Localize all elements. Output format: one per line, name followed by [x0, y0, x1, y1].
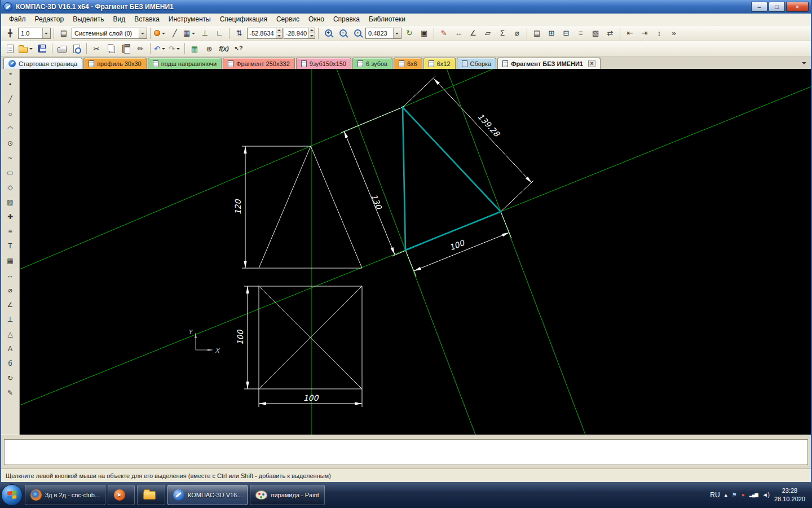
- fit-height-button[interactable]: ↕: [652, 27, 666, 40]
- scroll-left-button[interactable]: ⇤: [623, 27, 637, 40]
- designation-b-tool[interactable]: б: [3, 356, 17, 370]
- designation-a-tool[interactable]: А: [3, 341, 17, 356]
- refresh-button[interactable]: ↻: [403, 27, 416, 40]
- print-button[interactable]: [55, 42, 69, 55]
- ortho-button[interactable]: ⊥: [198, 27, 211, 40]
- rotate-tool[interactable]: ↻: [3, 371, 17, 385]
- dimension-square-width[interactable]: 100: [259, 389, 362, 407]
- extension-line[interactable]: [405, 250, 416, 277]
- perpendicular-tool[interactable]: ⊥: [3, 312, 17, 326]
- diameter-dimension-tool[interactable]: ⌀: [3, 283, 17, 297]
- menu-file[interactable]: Файл: [5, 14, 30, 24]
- mass-properties-button[interactable]: Σ: [496, 27, 509, 40]
- tab-start-page[interactable]: Стартовая страница: [3, 58, 82, 69]
- volume-icon[interactable]: ◄): [762, 492, 770, 498]
- circle-tool[interactable]: ○: [3, 107, 17, 121]
- zoom-in-button[interactable]: +: [321, 27, 335, 40]
- edit-tool[interactable]: ✎: [3, 386, 17, 400]
- extension-line[interactable]: [341, 107, 403, 133]
- start-button[interactable]: [1, 484, 23, 506]
- dimension-130[interactable]: 130: [341, 107, 453, 256]
- coord-y-input[interactable]: -28.940: [284, 28, 315, 39]
- edit-object-button[interactable]: ✎: [437, 27, 451, 40]
- context-help-button[interactable]: ↖?: [232, 42, 245, 55]
- hyperlink-button[interactable]: ⊕: [202, 42, 216, 55]
- menu-help[interactable]: Справка: [329, 14, 364, 24]
- pyramid-top-view[interactable]: [259, 286, 362, 389]
- menu-editor[interactable]: Редактор: [30, 14, 69, 24]
- dimension-square-height[interactable]: 100: [236, 286, 259, 389]
- tab-9zub150x150[interactable]: 9зуб150х150: [296, 58, 351, 69]
- polygon-tool[interactable]: ◇: [3, 180, 17, 194]
- hidden-icons-button[interactable]: ▴: [725, 492, 727, 498]
- spin-up-icon[interactable]: [309, 28, 315, 33]
- menu-insert[interactable]: Вставка: [130, 14, 164, 24]
- menu-tools[interactable]: Инструменты: [164, 14, 215, 24]
- current-style-button[interactable]: [153, 27, 167, 40]
- layers-list-button[interactable]: ≡: [574, 27, 588, 40]
- extension-line[interactable]: [403, 76, 435, 107]
- spinner[interactable]: [308, 28, 315, 38]
- panel-collapse-icon[interactable]: ◂: [3, 69, 17, 77]
- dimension-value[interactable]: 100: [303, 393, 319, 402]
- dimension-line[interactable]: [434, 78, 532, 183]
- spreadsheet-button[interactable]: ▦: [188, 42, 201, 55]
- construction-lines[interactable]: [20, 69, 811, 435]
- arc-tool[interactable]: ◠: [3, 121, 17, 135]
- menu-service[interactable]: Сервис: [272, 14, 304, 24]
- property-field[interactable]: [4, 439, 808, 465]
- front-view-triangle[interactable]: [259, 146, 362, 268]
- extension-line[interactable]: [501, 212, 511, 238]
- point-tool[interactable]: •: [3, 77, 17, 91]
- spinner[interactable]: [276, 28, 282, 38]
- spec-table-button[interactable]: ▤: [530, 27, 544, 40]
- tab-6x6[interactable]: 6х6: [394, 58, 422, 69]
- tab-profil-30x30[interactable]: профиль 30х30: [83, 58, 147, 69]
- print-preview-button[interactable]: [70, 42, 83, 55]
- save-button[interactable]: [36, 42, 49, 55]
- angle-snap-button[interactable]: ∟: [213, 27, 226, 40]
- insert-view-button[interactable]: ⊞: [545, 27, 558, 40]
- measure-length-button[interactable]: ↔: [452, 27, 465, 40]
- measure-angle-button[interactable]: ∠: [466, 27, 480, 40]
- keyboard-flag-icon[interactable]: ⚑: [732, 492, 737, 498]
- chevron-down-icon[interactable]: [139, 28, 147, 38]
- cut-button[interactable]: ✂: [90, 42, 103, 55]
- taskbar-button-explorer[interactable]: [137, 485, 165, 505]
- dimension-139-28[interactable]: 139.28: [403, 76, 533, 212]
- aux-line-tool[interactable]: ╱: [3, 92, 17, 106]
- menu-select[interactable]: Выделить: [68, 14, 108, 24]
- window-titlebar[interactable]: КОМПАС-3D V16.1 x64 - Фрагмент БЕЗ ИМЕНИ…: [1, 0, 811, 14]
- spin-down-icon[interactable]: [309, 33, 315, 38]
- linear-dimension-tool[interactable]: ↔: [3, 268, 17, 282]
- menu-specification[interactable]: Спецификация: [215, 14, 272, 24]
- maximize-button[interactable]: □: [769, 2, 785, 12]
- undo-button[interactable]: ↶: [153, 42, 167, 55]
- measure-area-button[interactable]: ▱: [481, 27, 495, 40]
- construction-line[interactable]: [20, 69, 811, 269]
- show-all-button[interactable]: ▣: [417, 27, 431, 40]
- dimension-value[interactable]: 100: [236, 330, 245, 345]
- tab-6x12[interactable]: 6х12: [423, 58, 456, 69]
- tab-close-icon[interactable]: ×: [588, 60, 595, 67]
- tab-podsh-napravlyayuchi[interactable]: подш направляючи: [148, 58, 222, 69]
- menu-window[interactable]: Окно: [304, 14, 329, 24]
- tab-sborka[interactable]: Сборка: [457, 58, 497, 69]
- triangle-tool[interactable]: △: [3, 327, 17, 341]
- layer-select[interactable]: Системный слой (0): [72, 28, 147, 39]
- ellipse-tool[interactable]: ⊙: [3, 136, 17, 150]
- dimension-value[interactable]: 130: [369, 193, 383, 211]
- text-tool[interactable]: Т: [3, 239, 17, 253]
- format-brush-button[interactable]: ✏: [134, 42, 147, 55]
- line-style-button[interactable]: ╱: [168, 27, 182, 40]
- redo-button[interactable]: ↷: [168, 42, 182, 55]
- taskbar-button-kompas[interactable]: КОМПАС-3D V16...: [167, 485, 248, 505]
- tab-overflow-button[interactable]: [800, 59, 809, 68]
- menu-view[interactable]: Вид: [109, 14, 130, 24]
- dimension-120[interactable]: 120: [233, 146, 311, 268]
- multiline-tool[interactable]: ≡: [3, 224, 17, 238]
- zoom-out-button[interactable]: −: [336, 27, 350, 40]
- cursor-step-icon[interactable]: ╋: [3, 27, 17, 40]
- angle-dimension-tool[interactable]: ∠: [3, 297, 17, 312]
- menu-libraries[interactable]: Библиотеки: [364, 14, 410, 24]
